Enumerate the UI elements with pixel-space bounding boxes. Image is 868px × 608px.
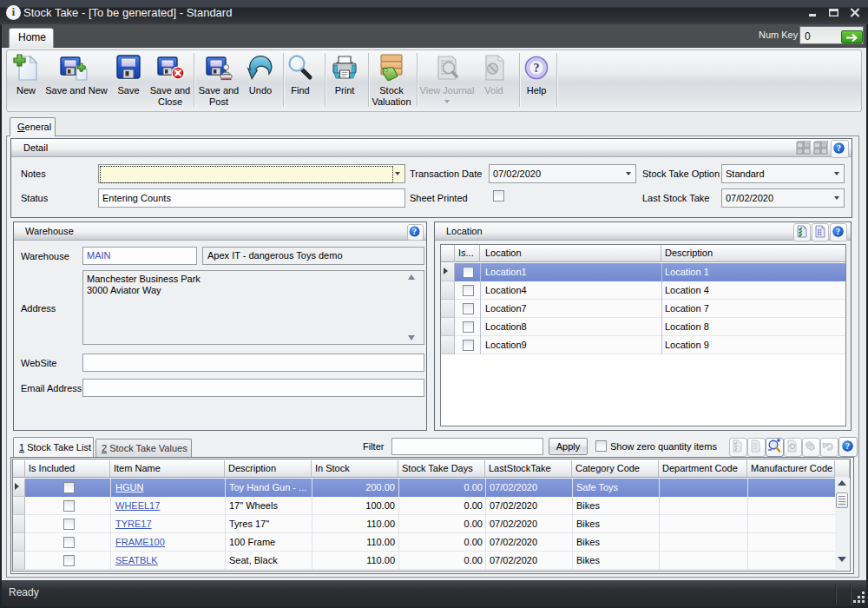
svg-text:?: ? (837, 143, 841, 153)
svg-text:?: ? (534, 62, 540, 75)
svg-text:?: ? (412, 227, 417, 236)
svg-text:?: ? (845, 441, 850, 451)
svg-text:?: ? (836, 227, 840, 236)
